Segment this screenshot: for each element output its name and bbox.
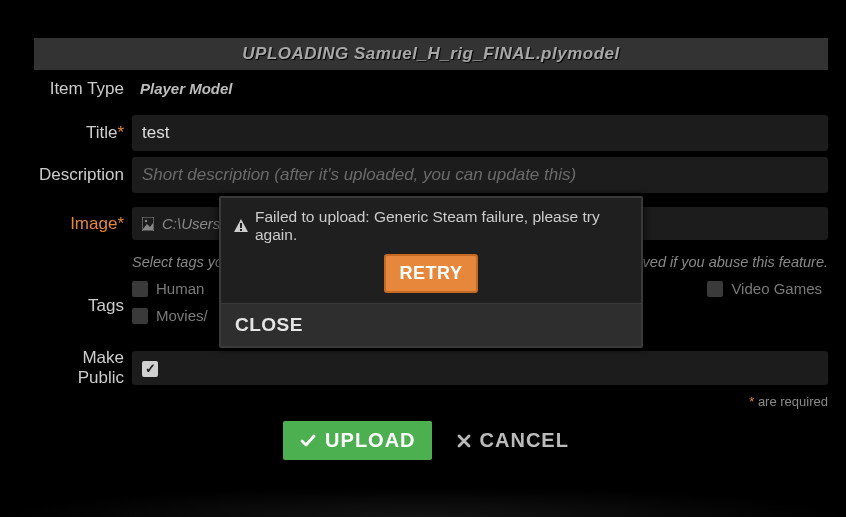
description-input[interactable] [132, 157, 828, 193]
svg-rect-2 [240, 223, 242, 228]
item-type-label: Item Type [34, 79, 132, 99]
banner-prefix: UPLOADING [242, 44, 349, 63]
close-button[interactable]: CLOSE [235, 314, 303, 336]
form-actions: UPLOAD CANCEL [34, 421, 828, 460]
retry-button[interactable]: RETRY [384, 254, 479, 293]
make-public-checkbox[interactable] [142, 361, 158, 377]
image-label: Image* [34, 214, 132, 234]
description-label: Description [34, 165, 132, 185]
floor-shadow [0, 487, 846, 517]
item-type-row: Item Type Player Model [34, 76, 828, 101]
check-icon [299, 432, 317, 450]
checkbox-icon [707, 281, 723, 297]
checkbox-icon [132, 281, 148, 297]
cancel-button[interactable]: CANCEL [446, 421, 579, 460]
banner-filename: Samuel_H_rig_FINAL.plymodel [354, 44, 620, 63]
tag-video-games[interactable]: Video Games [707, 280, 822, 297]
checkbox-icon [132, 308, 148, 324]
retry-row: RETRY [221, 250, 641, 303]
image-path-text: C:\Users [162, 215, 220, 232]
close-icon [456, 433, 472, 449]
svg-point-1 [145, 219, 147, 221]
title-input[interactable] [132, 115, 828, 151]
error-modal: Failed to upload: Generic Steam failure,… [219, 196, 643, 348]
error-message-row: Failed to upload: Generic Steam failure,… [221, 198, 641, 250]
image-file-icon [142, 217, 154, 231]
tag-human[interactable]: Human [132, 280, 204, 297]
upload-banner: UPLOADING Samuel_H_rig_FINAL.plymodel [34, 38, 828, 70]
description-row: Description [34, 157, 828, 193]
make-public-row: Make Public [34, 348, 828, 388]
close-row: CLOSE [221, 303, 641, 346]
make-public-label: Make Public [34, 348, 132, 388]
upload-button[interactable]: UPLOAD [283, 421, 431, 460]
warning-icon [233, 218, 249, 234]
required-note: * are required [34, 394, 828, 409]
tags-label: Tags [34, 254, 132, 316]
item-type-value: Player Model [132, 76, 828, 101]
title-row: Title* [34, 115, 828, 151]
tag-movies[interactable]: Movies/ [132, 307, 208, 324]
title-label: Title* [34, 123, 132, 143]
error-message-text: Failed to upload: Generic Steam failure,… [255, 208, 629, 244]
svg-rect-3 [240, 229, 242, 231]
